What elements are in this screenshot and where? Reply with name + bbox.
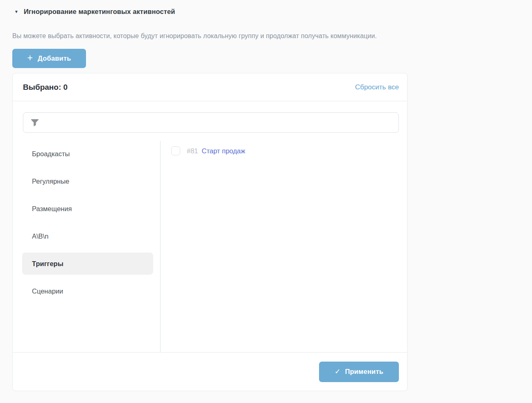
- sidebar-tab-label: Сценарии: [32, 287, 63, 295]
- sidebar-tab[interactable]: Триггеры: [22, 253, 153, 275]
- sidebar-tab-label: Регулярные: [32, 178, 69, 185]
- sidebar-tab-label: A\B\n: [32, 232, 48, 240]
- section-description: Вы можете выбрать активности, которые бу…: [12, 32, 532, 40]
- add-button-label: Добавить: [38, 55, 71, 62]
- sidebar-tab-label: Броадкасты: [32, 150, 70, 158]
- sidebar-tab-label: Размещения: [32, 205, 72, 213]
- sidebar-tab[interactable]: Регулярные: [22, 170, 153, 192]
- check-icon: ✓: [335, 368, 340, 375]
- activity-link[interactable]: Старт продаж: [202, 147, 245, 155]
- panel-header: Выбрано: 0 Сбросить все: [13, 73, 407, 101]
- sidebar-tab[interactable]: A\B\n: [22, 225, 153, 247]
- filter-input[interactable]: [23, 113, 398, 132]
- apply-button-label: Применить: [345, 368, 383, 376]
- filter-row: [13, 101, 407, 141]
- selected-count-label: Выбрано: 0: [23, 83, 68, 92]
- sidebar-tab-label: Триггеры: [32, 260, 63, 268]
- ignore-marketing-activities-section: ▼ Игнорирование маркетинговых активносте…: [0, 0, 532, 391]
- activity-row: #81 Старт продаж: [171, 146, 399, 155]
- panel-footer: ✓ Применить: [13, 352, 407, 391]
- sidebar-tab[interactable]: Размещения: [22, 198, 153, 220]
- caret-down-icon: ▼: [14, 10, 18, 14]
- add-button[interactable]: + Добавить: [12, 49, 86, 68]
- sidebar-tab[interactable]: Броадкасты: [22, 143, 153, 165]
- filter-input-wrap: [23, 112, 399, 133]
- section-collapse-toggle[interactable]: ▼ Игнорирование маркетинговых активносте…: [14, 8, 532, 16]
- reset-all-link[interactable]: Сбросить все: [355, 83, 399, 91]
- activity-id: #81: [187, 147, 198, 155]
- plus-icon: +: [27, 53, 33, 63]
- activity-type-tabs: Броадкасты Регулярные Размещения A\B\n Т…: [13, 141, 161, 352]
- activity-list: #81 Старт продаж: [161, 141, 407, 352]
- sidebar-tab[interactable]: Сценарии: [22, 280, 153, 302]
- activity-picker-panel: Выбрано: 0 Сбросить все Броадкасты Регул…: [12, 73, 407, 391]
- panel-content: Броадкасты Регулярные Размещения A\B\n Т…: [13, 141, 407, 352]
- section-title: Игнорирование маркетинговых активностей: [24, 8, 175, 16]
- activity-checkbox[interactable]: [171, 146, 180, 155]
- apply-button[interactable]: ✓ Применить: [319, 362, 399, 382]
